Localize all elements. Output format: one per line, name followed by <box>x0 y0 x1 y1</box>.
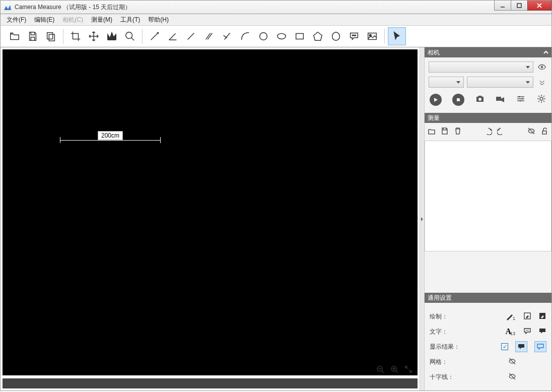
record-button[interactable] <box>495 94 505 106</box>
maximize-button[interactable] <box>511 1 528 11</box>
edit-draw-button[interactable] <box>523 312 531 321</box>
redo-button[interactable] <box>497 127 505 137</box>
camera-expand-button[interactable] <box>536 77 547 88</box>
text-bubble-outline-button[interactable] <box>523 327 531 337</box>
rectangle-button[interactable] <box>291 27 309 45</box>
separator <box>63 29 63 44</box>
point-line-button[interactable] <box>218 27 236 45</box>
svg-rect-18 <box>496 97 501 101</box>
measure-delete-button[interactable] <box>454 127 462 137</box>
save-button[interactable] <box>24 27 42 45</box>
camera-panel-header[interactable]: 相机 <box>425 47 551 57</box>
close-button[interactable] <box>527 1 551 11</box>
copy-button[interactable] <box>42 27 60 45</box>
pointer-button[interactable] <box>388 27 406 45</box>
parallel-button[interactable] <box>200 27 218 45</box>
side-panel: 相机 测量 <box>425 47 551 390</box>
bottom-scrollbar[interactable] <box>3 378 418 388</box>
toolbar <box>0 25 552 47</box>
histogram-button[interactable] <box>103 27 121 45</box>
svg-point-15 <box>541 66 543 68</box>
measure-panel-header[interactable]: 测量 <box>425 113 551 123</box>
image-button[interactable] <box>363 27 381 45</box>
settings-button[interactable] <box>536 94 546 106</box>
pentagon-button[interactable] <box>309 27 327 45</box>
camera-resolution-select[interactable] <box>429 77 464 88</box>
camera-select[interactable] <box>429 61 533 73</box>
menu-help[interactable]: 帮助(H) <box>144 14 173 26</box>
play-button[interactable] <box>430 94 442 106</box>
menu-tools[interactable]: 工具(T) <box>116 14 144 26</box>
pen-size-button[interactable]: 1 <box>506 312 516 320</box>
result-bubble-outline-button[interactable] <box>534 341 546 352</box>
canvas-controls <box>375 364 413 374</box>
zoom-out-button[interactable] <box>375 364 385 374</box>
measurement-overlay[interactable]: 200cm <box>60 140 161 141</box>
result-label: 显示结果： <box>430 343 465 351</box>
crosshair-visibility-button[interactable] <box>508 372 516 382</box>
grid-visibility-button[interactable] <box>508 357 516 367</box>
open-button[interactable] <box>6 27 24 45</box>
crop-button[interactable] <box>66 27 85 45</box>
svg-point-10 <box>355 35 356 36</box>
circle-button[interactable] <box>254 27 272 45</box>
settings-panel-body: 绘制： 1 文字： A13 显示结果： <box>425 303 551 390</box>
measure-open-button[interactable] <box>428 127 436 137</box>
measure-panel-title: 测量 <box>428 114 440 122</box>
main-area: 200cm 相机 <box>0 47 552 391</box>
chevron-up-icon <box>543 50 548 55</box>
calibrate-button[interactable] <box>146 27 164 45</box>
move-button[interactable] <box>85 27 103 45</box>
text-bubble-fill-button[interactable] <box>538 327 546 337</box>
menu-camera[interactable]: 相机(C) <box>58 14 87 26</box>
app-icon <box>4 3 12 11</box>
angle-button[interactable] <box>164 27 182 45</box>
color-button[interactable] <box>538 312 546 321</box>
menu-edit[interactable]: 编辑(E) <box>30 14 58 26</box>
svg-point-20 <box>522 98 523 100</box>
measure-toolbar <box>425 123 551 141</box>
svg-point-8 <box>352 35 353 36</box>
svg-rect-23 <box>542 131 546 134</box>
measure-list[interactable] <box>425 141 551 251</box>
arc-button[interactable] <box>236 27 254 45</box>
camera-format-select[interactable] <box>467 77 533 88</box>
fullscreen-button[interactable] <box>403 364 413 374</box>
camera-panel-body <box>425 57 551 110</box>
adjust-button[interactable] <box>516 94 526 106</box>
settings-panel-title: 通用设置 <box>428 294 452 302</box>
camera-visibility-button[interactable] <box>536 61 547 73</box>
svg-point-5 <box>260 33 267 40</box>
show-result-checkbox[interactable] <box>501 343 508 350</box>
measure-lock-button[interactable] <box>540 127 548 137</box>
ellipse-button[interactable] <box>272 27 291 45</box>
font-size-button[interactable]: A13 <box>505 327 516 336</box>
svg-point-22 <box>540 97 543 100</box>
measure-save-button[interactable] <box>441 127 449 137</box>
separator <box>384 29 385 44</box>
text-label: 文字： <box>430 328 465 336</box>
result-bubble-fill-button[interactable] <box>515 341 527 352</box>
settings-panel-header[interactable]: 通用设置 <box>425 293 551 303</box>
line-button[interactable] <box>182 27 200 45</box>
svg-rect-1 <box>517 4 521 8</box>
svg-rect-16 <box>457 98 460 101</box>
polygon-button[interactable] <box>327 27 345 45</box>
stop-button[interactable] <box>452 94 464 106</box>
menu-measure[interactable]: 测量(M) <box>87 14 116 26</box>
undo-button[interactable] <box>484 127 492 137</box>
minimize-button[interactable] <box>494 1 511 11</box>
annotation-button[interactable] <box>345 27 363 45</box>
svg-point-21 <box>520 100 521 102</box>
zoom-in-button[interactable] <box>389 364 399 374</box>
zoom-button[interactable] <box>121 27 139 45</box>
canvas-wrap: 200cm <box>1 47 420 390</box>
svg-point-27 <box>527 330 528 331</box>
snapshot-button[interactable] <box>475 94 485 106</box>
canvas[interactable]: 200cm <box>3 49 418 375</box>
measure-hide-button[interactable] <box>527 127 535 137</box>
menu-file[interactable]: 文件(F) <box>3 14 30 26</box>
measure-panel-body <box>425 123 551 251</box>
cross-label: 十字线： <box>430 373 465 381</box>
side-collapse-handle[interactable] <box>420 47 425 390</box>
